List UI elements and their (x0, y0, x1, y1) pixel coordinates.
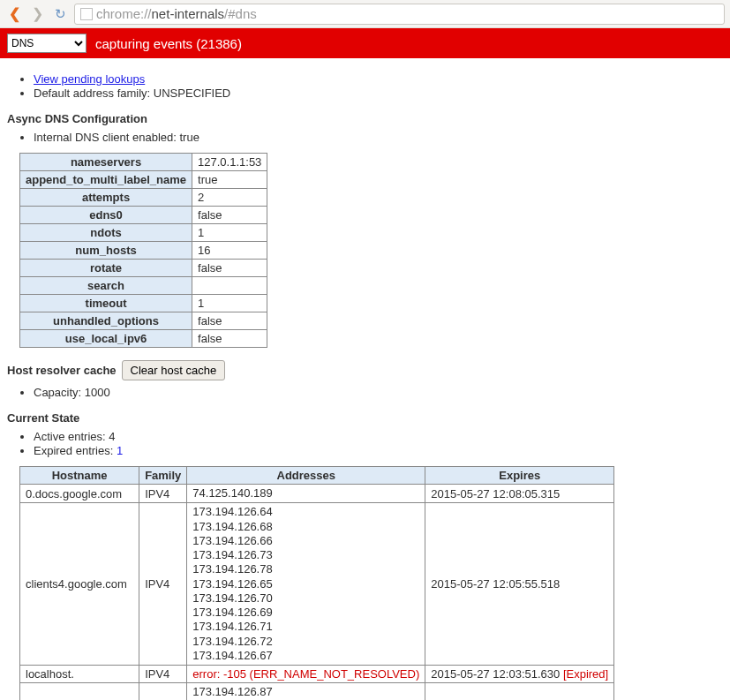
config-row: edns0false (20, 207, 267, 224)
config-row: num_hosts16 (20, 242, 267, 260)
column-header: Hostname (20, 467, 139, 485)
address-value: 173.194.126.68 (192, 520, 419, 534)
async-list: Internal DNS client enabled: true (7, 131, 723, 144)
table-row: clients4.google.comIPV4173.194.126.64173… (20, 503, 614, 666)
config-key: edns0 (20, 207, 192, 224)
config-table: nameservers127.0.1.1:53append_to_multi_l… (19, 153, 267, 348)
config-key: nameservers (20, 154, 192, 171)
address-value: 173.194.126.73 (192, 548, 419, 562)
address-value: 173.194.126.69 (192, 606, 419, 620)
error-text: error: -105 (ERR_NAME_NOT_RESOLVED) (192, 667, 419, 681)
expired-tag: [Expired] (563, 667, 608, 681)
expires-timestamp: 2015-05-27 12:03:51.630 (431, 667, 560, 681)
config-value: 1 (192, 295, 267, 312)
family-cell: IPV4 (139, 683, 187, 701)
config-value: 2 (192, 189, 267, 207)
url-host: net-internals (152, 6, 225, 21)
config-row: append_to_multi_label_nametrue (20, 171, 267, 189)
host-cache-table: HostnameFamilyAddressesExpires0.docs.goo… (19, 466, 614, 700)
hostname-cell: www.google.com.pk (20, 683, 139, 701)
config-row: use_local_ipv6false (20, 330, 267, 348)
forward-button[interactable]: ❯ (28, 5, 46, 23)
browser-toolbar: ❮ ❯ ↻ chrome://net-internals/#dns (0, 0, 730, 28)
config-row: attempts2 (20, 189, 267, 207)
config-key: append_to_multi_label_name (20, 171, 192, 189)
table-row: 0.docs.google.comIPV474.125.140.1892015-… (20, 485, 614, 503)
config-row: nameservers127.0.1.1:53 (20, 154, 267, 171)
hostname-cell: clients4.google.com (20, 503, 139, 666)
family-cell: IPV4 (139, 485, 187, 503)
config-value: false (192, 260, 267, 277)
address-value: 74.125.140.189 (192, 486, 419, 501)
top-list: View pending lookups Default address fam… (7, 72, 723, 100)
config-row: rotatefalse (20, 260, 267, 277)
address-value: 173.194.126.78 (192, 562, 419, 576)
column-header: Expires (425, 467, 614, 485)
expired-entries-line: Expired entries: 1 (34, 444, 723, 457)
column-header: Family (139, 467, 187, 485)
hostname-cell: localhost. (20, 666, 139, 683)
config-key: num_hosts (20, 242, 192, 260)
address-value: 173.194.126.72 (192, 635, 419, 649)
address-value: 173.194.126.70 (192, 591, 419, 606)
view-pending-lookups-link[interactable]: View pending lookups (34, 72, 145, 86)
config-row: search (20, 277, 267, 295)
config-value: false (192, 312, 267, 330)
expires-cell: 2015-05-27 12:08:05.315 (425, 485, 614, 503)
url-path: /#dns (224, 6, 257, 21)
expires-timestamp: 2015-05-27 12:08:05.315 (431, 487, 560, 501)
config-row: ndots1 (20, 224, 267, 242)
config-value: 16 (192, 242, 267, 260)
config-key: search (20, 277, 192, 295)
active-entries-line: Active entries: 4 (34, 430, 723, 443)
expires-timestamp: 2015-05-27 12:05:55.518 (431, 577, 560, 591)
config-value: true (192, 171, 267, 189)
column-header: Addresses (187, 467, 425, 485)
config-value (192, 277, 267, 295)
addresses-cell: 74.125.140.189 (187, 485, 425, 503)
back-button[interactable]: ❮ (5, 5, 23, 23)
status-ribbon: DNS capturing events (21386) (0, 28, 730, 58)
config-row: timeout1 (20, 295, 267, 312)
config-key: ndots (20, 224, 192, 242)
config-value: false (192, 330, 267, 348)
resolver-list: Capacity: 1000 (7, 386, 723, 399)
expires-cell: 2015-05-27 12:05:55.518 (425, 503, 614, 666)
family-cell: IPV4 (139, 666, 187, 683)
address-value: 173.194.126.66 (192, 534, 419, 548)
page-icon (80, 8, 93, 20)
table-row: www.google.com.pkIPV4173.194.126.87173.1… (20, 683, 614, 701)
hostname-cell: 0.docs.google.com (20, 485, 139, 503)
address-bar[interactable]: chrome://net-internals/#dns (74, 4, 725, 25)
expires-cell: 2015-05-27 12:08:48.681 (425, 683, 614, 701)
module-select[interactable]: DNS (7, 34, 87, 53)
current-state-heading: Current State (7, 411, 723, 425)
config-key: rotate (20, 260, 192, 277)
reload-button[interactable]: ↻ (51, 5, 69, 23)
config-value: false (192, 207, 267, 224)
async-dns-heading: Async DNS Configuration (7, 112, 723, 125)
capacity-line: Capacity: 1000 (34, 386, 723, 399)
address-value: 173.194.126.65 (192, 577, 419, 591)
capturing-status: capturing events (21386) (95, 36, 242, 51)
addresses-cell: error: -105 (ERR_NAME_NOT_RESOLVED) (187, 666, 425, 683)
address-value: 173.194.126.87 (192, 685, 419, 699)
address-value: 173.194.126.64 (192, 505, 419, 519)
url-scheme: chrome:// (96, 6, 152, 21)
entries-list: Active entries: 4 Expired entries: 1 (7, 430, 723, 457)
addresses-cell: 173.194.126.87173.194.126.79173.194.126.… (187, 683, 425, 701)
config-key: use_local_ipv6 (20, 330, 192, 348)
host-resolver-heading: Host resolver cache (7, 364, 117, 377)
table-row: localhost.IPV4error: -105 (ERR_NAME_NOT_… (20, 666, 614, 683)
config-value: 127.0.1.1:53 (192, 154, 267, 171)
addresses-cell: 173.194.126.64173.194.126.68173.194.126.… (187, 503, 425, 666)
internal-client-line: Internal DNS client enabled: true (34, 131, 723, 144)
config-key: attempts (20, 189, 192, 207)
address-value: 173.194.126.67 (192, 649, 419, 663)
clear-host-cache-button[interactable]: Clear host cache (122, 360, 226, 380)
config-key: unhandled_options (20, 312, 192, 330)
family-cell: IPV4 (139, 503, 187, 666)
expires-cell: 2015-05-27 12:03:51.630 [Expired] (425, 666, 614, 683)
default-family-line: Default address family: UNSPECIFIED (34, 87, 723, 100)
page-content: View pending lookups Default address fam… (0, 58, 730, 700)
